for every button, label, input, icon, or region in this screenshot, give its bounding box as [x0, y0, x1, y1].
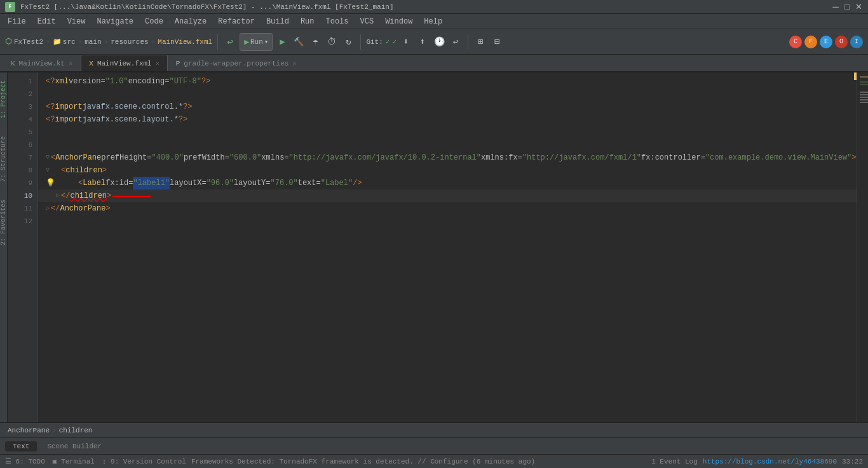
firefox-icon[interactable]: F: [804, 36, 817, 48]
run-green-icon[interactable]: ▶: [275, 35, 289, 49]
profiler-icon[interactable]: ⏱: [325, 35, 339, 49]
menu-edit[interactable]: Edit: [32, 16, 61, 27]
git-push-icon[interactable]: ⬆: [416, 35, 430, 49]
code-line-2: [38, 88, 857, 100]
line-num-8: 8: [8, 164, 37, 177]
red-underline-bar: [112, 195, 151, 197]
fold-icon-11[interactable]: ▷: [46, 202, 50, 215]
status-bar: ☰ 6: TODO ▣ Terminal ↕ 9: Version Contro…: [0, 454, 868, 468]
tab-close-fxml[interactable]: ✕: [156, 60, 159, 67]
maximize-button[interactable]: □: [843, 3, 851, 11]
menu-build[interactable]: Build: [261, 16, 294, 27]
title-bar: F FxTest2 [...\Java&Kotlin\KotlinCode\To…: [0, 0, 868, 14]
git-revert-icon[interactable]: ↩: [449, 35, 463, 49]
line-num-2: 2: [8, 88, 37, 100]
status-url[interactable]: https://blog.csdn.net/ly46438690: [703, 458, 837, 465]
breadcrumb-file[interactable]: MainView.fxml: [158, 38, 212, 46]
breadcrumb-main[interactable]: main: [85, 38, 101, 46]
reload-icon[interactable]: ↻: [341, 35, 355, 49]
status-event-log[interactable]: 1 Event Log: [651, 458, 698, 465]
menu-refactor[interactable]: Refactor: [213, 16, 260, 27]
layout-icon[interactable]: ⊞: [473, 35, 487, 49]
back-icon[interactable]: ↩: [223, 35, 237, 49]
menu-analyze[interactable]: Analyze: [170, 16, 212, 27]
git-update-icon[interactable]: ⬇: [399, 35, 413, 49]
menu-navigate[interactable]: Navigate: [92, 16, 139, 27]
menu-vcs[interactable]: VCS: [355, 16, 379, 27]
line-num-10: 10: [8, 189, 37, 202]
line-num-12: 12: [8, 215, 37, 228]
close-button[interactable]: ✕: [854, 3, 863, 11]
edge-icon[interactable]: E: [820, 36, 832, 48]
line-num-5: 5: [8, 126, 37, 139]
fold-icon-7[interactable]: ▽: [46, 151, 50, 164]
code-line-12: [38, 215, 857, 228]
menu-help[interactable]: Help: [419, 16, 447, 27]
editor-area: 1 2 3 4 5 6 7 8 9 10 11 12 <?xml version…: [8, 72, 868, 422]
bottom-tab-scene-builder[interactable]: Scene Builder: [39, 441, 109, 451]
breadcrumb-children[interactable]: children: [59, 427, 93, 434]
git-check-icon: ✓: [386, 38, 390, 46]
opera-icon[interactable]: O: [835, 36, 848, 48]
breadcrumb-anchor[interactable]: AnchorPane: [8, 427, 50, 434]
line-num-1: 1: [8, 75, 37, 88]
tab-close-kt[interactable]: ✕: [69, 60, 72, 67]
build-icon[interactable]: 🔨: [292, 35, 306, 49]
status-cursor-position: 33:22: [842, 458, 863, 465]
code-line-5: [38, 126, 857, 139]
status-left: ☰ 6: TODO ▣ Terminal ↕ 9: Version Contro…: [5, 457, 186, 465]
fold-icon-10[interactable]: ▷: [56, 189, 60, 202]
menu-code[interactable]: Code: [140, 16, 168, 27]
play-icon: ▶: [244, 37, 249, 47]
code-editor[interactable]: <?xml version="1.0" encoding="UTF-8" ?> …: [38, 72, 857, 422]
code-line-4: <?import javafx.scene.layout.*?>: [38, 113, 857, 126]
breadcrumb-app[interactable]: FxTest2: [14, 38, 43, 46]
tab-gradle-props[interactable]: P gradle-wrapper.properties ✕: [168, 55, 305, 71]
breadcrumb: ⬡ FxTest2 › 📁src › main › resources › Ma…: [5, 37, 212, 46]
project-panel-tab[interactable]: 1: Project: [0, 78, 7, 121]
line-num-6: 6: [8, 139, 37, 151]
window-controls[interactable]: ─ □ ✕: [831, 3, 863, 11]
breadcrumb-resources[interactable]: resources: [111, 38, 148, 46]
status-framework-msg: Frameworks Detected: TornadoFX framework…: [186, 458, 651, 465]
status-terminal[interactable]: ▣ Terminal: [53, 457, 95, 465]
chrome-icon[interactable]: C: [789, 36, 802, 48]
app-icon: F: [5, 2, 15, 12]
code-line-3: <?import javafx.scene.control.*?>: [38, 100, 857, 113]
favorites-panel-tab[interactable]: 2: Favorites: [0, 197, 7, 248]
bottom-tab-text[interactable]: Text: [5, 441, 37, 451]
status-todo[interactable]: ☰ 6: TODO: [5, 457, 45, 465]
tab-mainview-kt[interactable]: K MainView.kt ✕: [3, 55, 81, 71]
fold-icon-8[interactable]: ▽: [46, 164, 50, 177]
menu-run[interactable]: Run: [295, 16, 320, 27]
toolbar: ⬡ FxTest2 › 📁src › main › resources › Ma…: [0, 29, 868, 55]
line-numbers-gutter: 1 2 3 4 5 6 7 8 9 10 11 12: [8, 72, 38, 422]
toolbar-separator-3: [468, 34, 468, 50]
main-area: 1: Project 7: Structure 2: Favorites 1 2…: [0, 72, 868, 422]
bottom-tabs: Text Scene Builder: [0, 437, 868, 454]
menu-view[interactable]: View: [62, 16, 91, 27]
coverage-icon[interactable]: ☂: [308, 35, 322, 49]
title-bar-left: F FxTest2 [...\Java&Kotlin\KotlinCode\To…: [5, 2, 394, 12]
line-num-7: 7: [8, 151, 37, 164]
git-label: Git:: [366, 38, 383, 46]
git-check2-icon: ✓: [392, 38, 397, 46]
minimap: [857, 72, 868, 422]
menu-file[interactable]: File: [3, 16, 31, 27]
run-label: Run: [250, 38, 263, 46]
status-version-control[interactable]: ↕ 9: Version Control: [102, 458, 186, 465]
ie-icon[interactable]: I: [850, 36, 863, 48]
run-button[interactable]: ▶ Run ▾: [240, 33, 273, 51]
menu-window[interactable]: Window: [380, 16, 417, 27]
breadcrumb-src[interactable]: 📁src: [53, 38, 76, 46]
tab-mainview-fxml[interactable]: X MainView.fxml ✕: [81, 55, 167, 71]
structure-panel-tab[interactable]: 7: Structure: [0, 134, 7, 184]
git-history-icon[interactable]: 🕐: [432, 35, 446, 49]
yellow-bulb-icon[interactable]: 💡: [46, 177, 55, 189]
tab-label-kt: MainView.kt: [19, 60, 65, 67]
menu-bar: File Edit View Navigate Code Analyze Ref…: [0, 14, 868, 29]
settings-icon[interactable]: ⊟: [490, 35, 504, 49]
minimize-button[interactable]: ─: [831, 3, 840, 11]
menu-tools[interactable]: Tools: [321, 16, 354, 27]
tab-close-props[interactable]: ✕: [292, 60, 296, 67]
